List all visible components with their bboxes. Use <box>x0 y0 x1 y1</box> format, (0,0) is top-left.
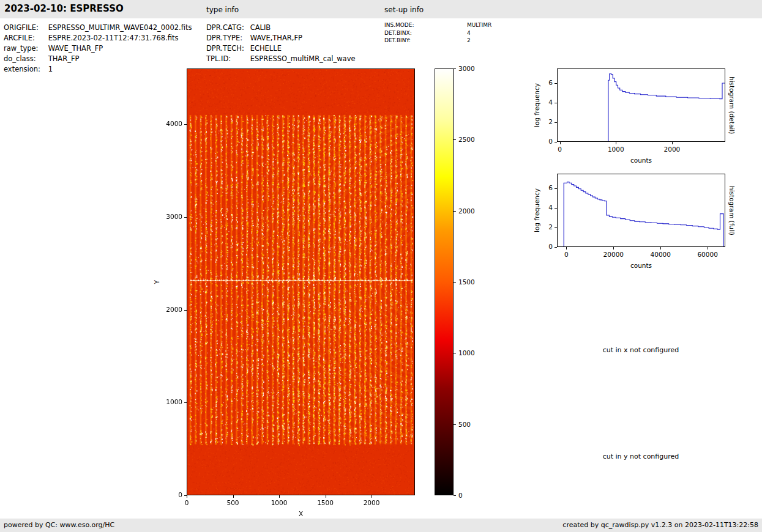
meta-value: ESPRESSO_multiMR_cal_wave <box>250 54 356 63</box>
x-tick-mark <box>613 247 614 249</box>
histogram-detail-xlabel: counts <box>557 157 725 164</box>
y-tick-label: 1000 <box>166 399 182 406</box>
colorbar: 050010001500200025003000 <box>435 68 454 495</box>
header-bar: 2023-02-10: ESPRESSO type info set-up in… <box>0 0 762 18</box>
colorbar-tick-mark <box>454 68 456 69</box>
x-tick-mark <box>560 142 561 144</box>
histogram-full-ylabel-col: log frequency <box>532 174 541 247</box>
meta-value: ESPRE.2023-02-11T12:47:31.768.fits <box>48 34 179 42</box>
meta-row-extension: extension: 1 <box>4 64 192 75</box>
x-tick-label: 2000 <box>364 499 380 506</box>
meta-label: DET.BINX: <box>384 29 465 37</box>
x-tick-mark <box>566 247 567 249</box>
meta-row-rawtype: raw_type: WAVE_THAR_FP <box>4 43 192 54</box>
meta-row-dprcatg: DPR.CATG: CALIB <box>206 23 356 33</box>
histogram-full-line <box>557 174 725 247</box>
y-tick-label: 3000 <box>166 213 182 220</box>
meta-row-dprtech: DPR.TECH: ECHELLE <box>206 43 356 54</box>
y-tick-label: 0 <box>178 491 182 498</box>
meta-label: raw_type: <box>4 43 46 54</box>
meta-value: WAVE_THAR_FP <box>48 44 103 53</box>
colorbar-tick-label: 2500 <box>458 136 475 143</box>
x-tick-label: 1500 <box>317 499 334 506</box>
x-tick-mark <box>372 495 372 498</box>
colorbar-tick-label: 500 <box>458 421 471 428</box>
meta-label: DPR.TYPE: <box>206 33 248 43</box>
y-tick-label: 2 <box>548 118 553 125</box>
x-tick-mark <box>660 247 661 249</box>
colorbar-tick-label: 2000 <box>458 207 475 215</box>
meta-label: extension: <box>4 64 46 75</box>
x-tick-mark <box>672 142 673 144</box>
meta-label: DET.BINY: <box>384 37 465 45</box>
meta-value: 1 <box>48 65 53 73</box>
footer-bar: powered by QC: www.eso.org/HC created by… <box>0 519 762 532</box>
x-tick-label: 0 <box>564 251 569 258</box>
meta-label: INS.MODE: <box>384 21 465 29</box>
detector-image-plot: Y X 050010001500200001000200030004000 <box>187 68 415 495</box>
meta-row-insmode: INS.MODE: MULTIMR <box>384 21 491 29</box>
qc-rawdisp-page: 2023-02-10: ESPRESSO type info set-up in… <box>0 0 762 532</box>
y-tick-mark <box>184 124 187 125</box>
histogram-detail-title-col: histogram (detail) <box>728 68 736 142</box>
meta-row-detbinx: DET.BINX: 4 <box>384 29 491 37</box>
y-tick-label: 2 <box>548 223 553 231</box>
y-tick-label: 4 <box>548 98 553 106</box>
y-tick-label: 0 <box>548 138 553 145</box>
colorbar-tick-mark <box>454 424 456 425</box>
histogram-detail-title: histogram (detail) <box>728 76 736 134</box>
x-tick-label: 20000 <box>603 251 624 258</box>
histogram-full-xlabel: counts <box>557 262 725 269</box>
x-tick-label: 0 <box>185 499 189 506</box>
meta-row-detbiny: DET.BINY: 2 <box>384 37 491 45</box>
y-tick-label: 0 <box>548 243 553 250</box>
meta-value: THAR_FP <box>48 54 80 63</box>
meta-label: ARCFILE: <box>4 33 46 43</box>
colorbar-tick-label: 1500 <box>458 278 475 286</box>
x-tick-label: 40000 <box>651 251 671 258</box>
histogram-detail-ylabel: log frequency <box>533 83 540 127</box>
cut-y-message: cut in y not configured <box>555 453 727 460</box>
y-tick-mark <box>184 217 187 218</box>
x-tick-label: 1000 <box>608 146 624 153</box>
type-info-block: DPR.CATG: CALIB DPR.TYPE: WAVE,THAR,FP D… <box>206 23 356 64</box>
x-tick-label: 0 <box>558 146 562 153</box>
detector-image <box>187 68 415 495</box>
meta-value: 4 <box>467 30 471 36</box>
x-tick-label: 60000 <box>697 251 717 258</box>
main-ylabel: Y <box>153 280 160 284</box>
meta-value: MULTIMR <box>467 22 491 28</box>
meta-label: do_class: <box>4 54 46 64</box>
meta-value: 2 <box>467 37 471 43</box>
histogram-detail-line <box>557 68 725 142</box>
histogram-full-plot: log frequency histogram (full) counts 02… <box>557 174 725 247</box>
meta-value: ECHELLE <box>250 44 282 53</box>
y-tick-label: 6 <box>548 79 553 86</box>
y-tick-mark <box>184 310 187 311</box>
meta-row-tplid: TPL.ID: ESPRESSO_multiMR_cal_wave <box>206 54 356 64</box>
y-tick-mark <box>555 142 557 142</box>
y-tick-mark <box>555 208 557 209</box>
histogram-detail-ylabel-col: log frequency <box>532 68 541 142</box>
footer-left-text: powered by QC: www.eso.org/HC <box>4 521 114 529</box>
setup-info-heading: set-up info <box>384 6 424 14</box>
meta-label: TPL.ID: <box>206 54 248 64</box>
main-ylabel-col: Y <box>152 68 161 495</box>
colorbar-tick-mark <box>454 282 456 283</box>
type-info-heading: type info <box>206 6 239 14</box>
colorbar-gradient <box>435 68 454 495</box>
file-info-block: ORIGFILE: ESPRESSO_MULTIMR_WAVE042_0002.… <box>4 23 192 75</box>
meta-value: CALIB <box>250 23 271 32</box>
colorbar-tick-label: 1000 <box>458 349 475 357</box>
x-tick-mark <box>708 247 708 249</box>
y-tick-mark <box>184 495 187 496</box>
histogram-full-ylabel: log frequency <box>533 188 540 232</box>
setup-info-block: INS.MODE: MULTIMR DET.BINX: 4 DET.BINY: … <box>384 21 491 45</box>
meta-label: DPR.TECH: <box>206 43 248 54</box>
meta-value: ESPRESSO_MULTIMR_WAVE042_0002.fits <box>48 23 192 32</box>
colorbar-tick-mark <box>454 353 456 353</box>
y-tick-label: 4 <box>548 204 553 211</box>
y-tick-label: 4000 <box>166 120 182 127</box>
cut-x-message: cut in x not configured <box>555 346 727 354</box>
histogram-full-title: histogram (full) <box>728 186 736 235</box>
